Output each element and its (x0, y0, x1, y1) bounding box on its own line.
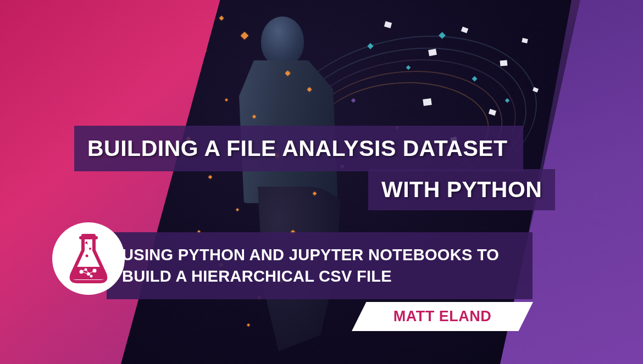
flask-icon (64, 231, 113, 286)
logo-badge (52, 222, 125, 295)
subtitle-box: USING PYTHON AND JUPYTER NOTEBOOKS TO BU… (107, 232, 533, 299)
title-line-2: WITH PYTHON (381, 177, 542, 203)
title-line-2-box: WITH PYTHON (368, 169, 555, 210)
title-line-1: BUILDING A FILE ANALYSIS DATASET (87, 136, 508, 161)
subtitle-text: USING PYTHON AND JUPYTER NOTEBOOKS TO BU… (122, 244, 517, 287)
title-line-1-box: BUILDING A FILE ANALYSIS DATASET (74, 126, 523, 171)
author-tag: MATT ELAND (352, 302, 533, 331)
author-name: MATT ELAND (352, 308, 533, 325)
svg-point-9 (86, 255, 88, 257)
svg-point-10 (89, 248, 91, 250)
